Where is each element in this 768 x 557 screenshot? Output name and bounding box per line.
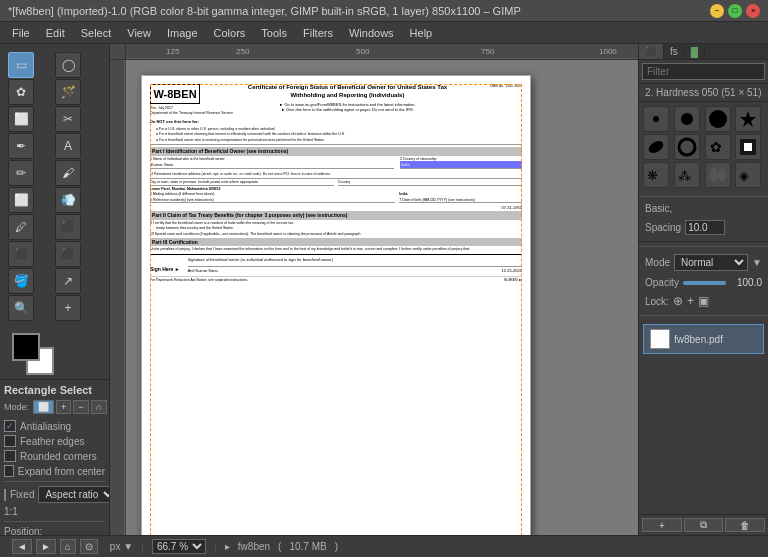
menu-tools[interactable]: Tools: [253, 25, 295, 41]
menu-filters[interactable]: Filters: [295, 25, 341, 41]
duplicate-layer-button[interactable]: ⧉: [684, 518, 724, 532]
lock-alpha-icon[interactable]: ▣: [698, 294, 709, 308]
mode-intersect[interactable]: ∩: [91, 400, 107, 414]
menu-windows[interactable]: Windows: [341, 25, 402, 41]
maximize-button[interactable]: □: [728, 4, 742, 18]
scissors-select-tool[interactable]: ✂: [55, 106, 81, 132]
minimize-button[interactable]: −: [710, 4, 724, 18]
new-layer-button[interactable]: +: [642, 518, 682, 532]
brush-item-4[interactable]: [735, 106, 761, 132]
nav-home-button[interactable]: ⌂: [60, 539, 76, 554]
ink-tool[interactable]: 🖊: [8, 214, 34, 240]
mode-subtract[interactable]: −: [73, 400, 88, 414]
panel-tabs: ⬛ fs ▓: [639, 44, 768, 60]
paintbrush-tool[interactable]: 🖌: [55, 160, 81, 186]
mode-select[interactable]: Normal: [674, 254, 748, 271]
heal-tool[interactable]: ⬛: [55, 214, 81, 240]
gradients-tab[interactable]: ▓: [685, 44, 705, 59]
ruler-v-wrapper: W-8BEN Rev. July 2017 Department of the …: [110, 60, 638, 535]
expand-center-check[interactable]: [4, 465, 14, 477]
brush-item-1[interactable]: [643, 106, 669, 132]
brush-item-5[interactable]: [643, 134, 669, 160]
lock-pixels-icon[interactable]: +: [687, 294, 694, 308]
lock-position-icon[interactable]: ⊕: [673, 294, 683, 308]
tool-grid: ▭ ◯ ✿ 🪄 ⬜ ✂ ✒ A ✏ 🖌 ⬜ 💨 🖊 ⬛: [4, 48, 105, 325]
bottom-nav: ◄ ► ⌂ ⊙: [8, 537, 102, 556]
antialiasing-check[interactable]: [4, 420, 16, 432]
brush-item-9[interactable]: ❋: [643, 162, 669, 188]
country-residence-field: Country: [338, 180, 522, 186]
ref-row: 6 Reference number(s) (see instructions)…: [150, 198, 522, 204]
brush-label: 2. Hardness 050 (51 × 51): [639, 84, 768, 102]
dept-treasury: Department of the Treasury Internal Reve…: [150, 111, 233, 116]
text-tool[interactable]: A: [55, 133, 81, 159]
patterns-tab[interactable]: fs: [664, 44, 685, 59]
menu-image[interactable]: Image: [159, 25, 206, 41]
airbrush-tool[interactable]: 💨: [55, 187, 81, 213]
nav-bookmarks-button[interactable]: ⊙: [80, 539, 98, 554]
filter-input[interactable]: [642, 63, 765, 80]
bucket-fill-tool[interactable]: 🪣: [8, 268, 34, 294]
brush-item-11[interactable]: [705, 162, 731, 188]
main-content: ▭ ◯ ✿ 🪄 ⬜ ✂ ✒ A ✏ 🖌 ⬜ 💨 🖊 ⬛: [0, 44, 768, 535]
expand-center-row: Expand from center: [4, 465, 105, 477]
svg-point-12: [679, 139, 695, 155]
ref-field: 6 Reference number(s) (see instructions): [150, 198, 395, 204]
menu-help[interactable]: Help: [402, 25, 441, 41]
brush-item-10[interactable]: ⁂: [674, 162, 700, 188]
canvas-area[interactable]: W-8BEN Rev. July 2017 Department of the …: [126, 60, 638, 535]
ellipse-select-tool[interactable]: ◯: [55, 52, 81, 78]
rounded-corners-row: Rounded corners: [4, 450, 105, 462]
svg-text:◈: ◈: [739, 168, 749, 183]
separator1: [4, 481, 105, 482]
paths-tool[interactable]: ✒: [8, 133, 34, 159]
menu-view[interactable]: View: [119, 25, 159, 41]
brush-item-6[interactable]: [674, 134, 700, 160]
rounded-corners-check[interactable]: [4, 450, 16, 462]
free-select-tool[interactable]: ✿: [8, 79, 34, 105]
opacity-value: 100.0: [730, 277, 762, 288]
brush-item-7[interactable]: ✿: [705, 134, 731, 160]
foreground-color-swatch[interactable]: [12, 333, 40, 361]
aspect-ratio-select[interactable]: Aspect ratio: [38, 486, 109, 503]
spacing-input[interactable]: [685, 220, 725, 235]
menu-colors[interactable]: Colors: [206, 25, 254, 41]
delete-layer-button[interactable]: 🗑: [725, 518, 765, 532]
layer-item[interactable]: fw8ben.pdf: [643, 324, 764, 354]
eraser-tool[interactable]: ⬜: [8, 187, 34, 213]
close-button[interactable]: ×: [746, 4, 760, 18]
mode-replace[interactable]: ⬜: [33, 400, 54, 414]
clone-tool[interactable]: ⬛: [8, 241, 34, 267]
panel-separator3: [639, 315, 768, 316]
nav-next-button[interactable]: ►: [36, 539, 56, 554]
opacity-slider[interactable]: [683, 281, 726, 285]
brush-item-8[interactable]: [735, 134, 761, 160]
brush-item-12[interactable]: ◈: [735, 162, 761, 188]
measure-tool[interactable]: +: [55, 295, 81, 321]
fixed-label: Fixed: [10, 489, 34, 500]
fuzzy-select-tool[interactable]: 🪄: [55, 79, 81, 105]
brushes-tab[interactable]: ⬛: [639, 44, 664, 59]
nav-prev-button[interactable]: ◄: [12, 539, 32, 554]
blend-tool[interactable]: ↗: [55, 268, 81, 294]
tool-options: Rectangle Select Mode: ⬜ + − ∩ Antialias…: [0, 380, 109, 535]
zoom-tool[interactable]: 🔍: [8, 295, 34, 321]
menu-file[interactable]: File: [4, 25, 38, 41]
opacity-label: Opacity: [645, 277, 679, 288]
svg-marker-10: [740, 111, 756, 127]
menu-select[interactable]: Select: [73, 25, 120, 41]
mode-add[interactable]: +: [56, 400, 71, 414]
menu-edit[interactable]: Edit: [38, 25, 73, 41]
brush-item-3[interactable]: [705, 106, 731, 132]
pencil-tool[interactable]: ✏: [8, 160, 34, 186]
zoom-select[interactable]: 66.7 % 100 % 50 % 25 %: [152, 539, 206, 554]
status-sep2: |: [214, 541, 217, 553]
layer-thumbnail: [650, 329, 670, 349]
rectangle-select-tool[interactable]: ▭: [8, 52, 34, 78]
blur-tool[interactable]: ⬛: [55, 241, 81, 267]
fixed-check[interactable]: [4, 489, 6, 501]
feather-edges-check[interactable]: [4, 435, 16, 447]
by-color-select-tool[interactable]: ⬜: [8, 106, 34, 132]
spacing-section: Spacing: [639, 216, 768, 242]
brush-item-2[interactable]: [674, 106, 700, 132]
